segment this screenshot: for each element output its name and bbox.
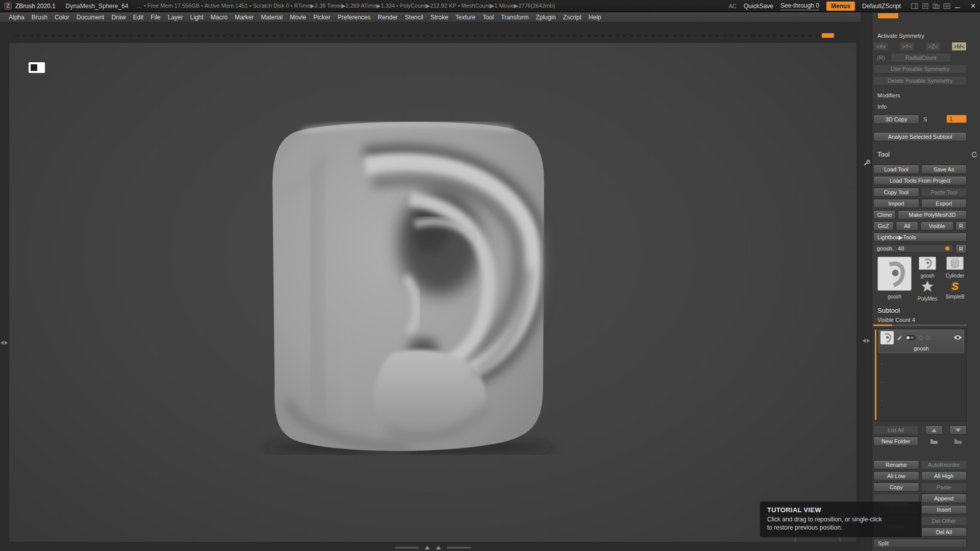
tool-name-slider[interactable]: goosh. 48 (873, 244, 953, 253)
subtool-move-up-button[interactable] (925, 425, 943, 435)
menu-item-zscript[interactable]: Zscript (559, 13, 585, 22)
folder-down-icon[interactable] (949, 437, 967, 446)
symmetry-x-button[interactable]: >X< (873, 42, 889, 51)
menu-item-picker[interactable]: Picker (310, 13, 334, 22)
document-icon[interactable] (922, 3, 929, 9)
modifiers-section-label[interactable]: Modifiers (873, 92, 967, 98)
tool-palette-header[interactable]: Tool (873, 149, 967, 160)
ac-button[interactable]: AC (729, 3, 737, 9)
folder-up-icon[interactable] (925, 437, 943, 446)
menu-item-brush[interactable]: Brush (28, 13, 51, 22)
split-section-header[interactable]: Split (873, 539, 967, 548)
palette-icon[interactable] (933, 3, 940, 9)
collapsed-top-tray[interactable] (15, 35, 832, 37)
menu-item-marker[interactable]: Marker (231, 13, 257, 22)
menu-item-stroke[interactable]: Stroke (427, 13, 452, 22)
subtool-palette-header[interactable]: Subtool (873, 306, 967, 316)
info-section-label[interactable]: Info (873, 104, 967, 110)
3d-copy-button[interactable]: 3D Copy (873, 115, 919, 124)
append-button[interactable]: Append (921, 494, 967, 503)
goz-r-button[interactable]: R (955, 221, 967, 231)
make-polymesh3d-button[interactable]: Make PolyMesh3D (898, 210, 967, 219)
goz-all-button[interactable]: All (896, 221, 918, 231)
recent-tool-polymesh-star[interactable]: PolyMes (916, 280, 939, 302)
paste-subtool-button[interactable]: Paste (921, 483, 967, 492)
copy-subtool-button[interactable]: Copy (873, 483, 919, 492)
zoom-preview-swatch[interactable] (29, 62, 45, 73)
symmetry-z-button[interactable]: >Z< (925, 42, 941, 51)
right-tray-handle[interactable] (863, 339, 870, 343)
timeline-scrub-control[interactable] (356, 546, 509, 549)
slider-r-button[interactable]: R (955, 244, 967, 254)
menu-item-material[interactable]: Material (257, 13, 286, 22)
export-button[interactable]: Export (921, 199, 967, 208)
save-as-button[interactable]: Save As (921, 165, 967, 174)
goz-button[interactable]: GoZ (873, 221, 894, 231)
radial-count-slider[interactable]: RadialCount (891, 53, 951, 62)
autoreorder-button[interactable]: AutoReorder (921, 460, 967, 469)
eye-icon[interactable] (953, 333, 962, 342)
use-posable-symmetry-button[interactable]: Use Posable Symmetry (873, 64, 967, 73)
see-through-slider[interactable]: See-through 0 (780, 2, 819, 10)
subtool-option-icon-1[interactable] (919, 336, 923, 340)
reset-tool-icon[interactable] (971, 151, 978, 161)
menu-item-macro[interactable]: Macro (207, 13, 231, 22)
list-all-button[interactable]: List All (873, 425, 918, 435)
s-value-input[interactable]: 1 (946, 115, 967, 123)
symmetry-m-button[interactable]: >M< (951, 42, 967, 51)
menu-item-light[interactable]: Light (187, 13, 207, 22)
menu-item-color[interactable]: Color (51, 13, 73, 22)
polypaint-brush-icon[interactable] (896, 333, 902, 342)
import-button[interactable]: Import (873, 199, 919, 208)
all-high-button[interactable]: All High (921, 471, 967, 481)
grid-icon[interactable] (943, 3, 950, 9)
quicksave-button[interactable]: QuickSave (744, 3, 773, 10)
all-low-button[interactable]: All Low (873, 471, 919, 481)
copy-tool-button[interactable]: Copy Tool (873, 188, 919, 197)
minimize-icon[interactable] (954, 3, 961, 9)
rename-button[interactable]: Rename (873, 460, 919, 469)
load-tools-from-project-button[interactable]: Load Tools From Project (873, 176, 967, 185)
slider-dot[interactable] (945, 246, 949, 251)
menu-item-file[interactable]: File (147, 13, 164, 22)
paste-tool-button[interactable]: Paste Tool (921, 188, 967, 197)
clone-button[interactable]: Clone (873, 210, 896, 219)
close-icon[interactable]: ✕ (970, 2, 976, 10)
subtool-item-goosh[interactable]: goosh (878, 330, 964, 353)
visible-count-slider-label[interactable]: Visible Count 4 (873, 317, 967, 323)
menu-item-help[interactable]: Help (585, 13, 605, 22)
menu-item-edit[interactable]: Edit (129, 13, 147, 22)
delete-posable-symmetry-button[interactable]: Delete Posable Symmetry (873, 76, 967, 85)
menu-item-transform[interactable]: Transform (497, 13, 532, 22)
recent-tool-cylinder[interactable]: Cylinder (943, 257, 967, 279)
recent-tool-goosh[interactable]: goosh (916, 257, 939, 279)
activate-symmetry-toggle[interactable]: Activate Symmetry (873, 33, 967, 39)
default-zscript-button[interactable]: DefaultZScript (862, 3, 901, 10)
left-tray-handle[interactable] (1, 341, 8, 345)
menu-item-zplugin[interactable]: Zplugin (532, 13, 559, 22)
current-tool-thumbnail[interactable]: goosh (877, 257, 912, 302)
goz-visible-button[interactable]: Visible (920, 221, 953, 231)
lightbox-tools-button[interactable]: Lightbox▶Tools (873, 233, 967, 242)
recent-tool-simplebrush[interactable]: S SimpleB (943, 280, 967, 302)
subtool-list[interactable]: goosh . . . (873, 328, 967, 421)
visible-count-slider[interactable] (873, 324, 967, 326)
new-folder-button[interactable]: New Folder (873, 437, 918, 446)
menu-item-alpha[interactable]: Alpha (5, 13, 28, 22)
menu-item-draw[interactable]: Draw (108, 13, 129, 22)
menu-item-texture[interactable]: Texture (452, 13, 479, 22)
layout-icon[interactable] (911, 3, 918, 9)
del-all-button[interactable]: Del All (921, 528, 967, 537)
menu-item-document[interactable]: Document (73, 13, 108, 22)
subtool-move-down-button[interactable] (949, 425, 967, 435)
menu-item-stencil[interactable]: Stencil (401, 13, 427, 22)
visibility-toggle-icon[interactable] (905, 335, 916, 340)
menu-item-movie[interactable]: Movie (286, 13, 310, 22)
menu-item-layer[interactable]: Layer (164, 13, 187, 22)
ear-sculpt-model[interactable] (241, 115, 576, 455)
menu-item-tool[interactable]: Tool (479, 13, 497, 22)
tutorial-view-tooltip[interactable]: TUTORIAL VIEW Click and drag to repositi… (760, 502, 921, 537)
document-canvas[interactable] (9, 42, 857, 542)
menu-item-preferences[interactable]: Preferences (334, 13, 374, 22)
symmetry-y-button[interactable]: >Y< (899, 42, 915, 51)
